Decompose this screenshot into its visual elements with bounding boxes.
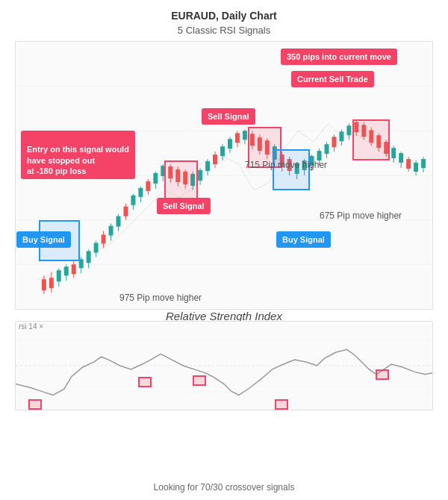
pips-350-label: 350 pips into current move <box>281 49 397 65</box>
svg-rect-24 <box>109 226 113 236</box>
svg-rect-36 <box>153 173 158 184</box>
svg-rect-58 <box>235 133 240 143</box>
svg-rect-20 <box>94 243 99 252</box>
svg-rect-84 <box>332 137 336 147</box>
candle-group-2 <box>87 164 166 268</box>
svg-rect-56 <box>228 139 232 149</box>
rsi-svg <box>16 322 432 410</box>
svg-rect-50 <box>205 161 210 171</box>
rsi-signal-box-2 <box>138 377 152 387</box>
svg-rect-100 <box>391 148 396 158</box>
svg-rect-26 <box>116 216 121 227</box>
sell-signal-1-label: Sell Signal <box>202 108 255 125</box>
svg-rect-86 <box>339 131 343 141</box>
svg-rect-18 <box>87 251 91 263</box>
svg-rect-102 <box>399 153 403 163</box>
rsi-period-label: rsi 14 × <box>19 322 43 331</box>
svg-rect-32 <box>138 188 143 197</box>
svg-rect-10 <box>57 270 61 281</box>
sell-signal-1-highlight <box>164 160 198 201</box>
rsi-footer-text: Looking for 70/30 crossover signals <box>0 482 448 493</box>
svg-rect-34 <box>146 181 150 191</box>
svg-rect-60 <box>243 131 247 140</box>
pips-675-label: 675 Pip move higher <box>314 207 408 225</box>
entry-note-label: Entry on this signal would have stopped … <box>21 131 135 179</box>
svg-rect-6 <box>42 279 46 290</box>
rsi-signal-box-5 <box>376 369 389 380</box>
pips-975-label: 975 Pip move higher <box>113 290 208 307</box>
svg-rect-52 <box>213 154 217 164</box>
title-line2: 5 Classic RSI Signals <box>0 24 448 37</box>
rsi-signal-box-1 <box>28 399 42 410</box>
svg-rect-48 <box>198 170 202 181</box>
pips-715-label: 715 Pip move higher <box>239 157 333 175</box>
svg-rect-28 <box>123 207 128 216</box>
svg-rect-14 <box>72 264 76 274</box>
buy-signal-1-label: Buy Signal <box>16 231 71 248</box>
svg-rect-22 <box>102 235 106 244</box>
svg-rect-30 <box>131 196 135 205</box>
rsi-signal-box-4 <box>275 399 288 410</box>
svg-rect-88 <box>346 125 351 135</box>
current-sell-label: Current Sell Trade <box>291 71 374 87</box>
chart-container: EURAUD, Daily Chart 5 Classic RSI Signal… <box>0 0 448 500</box>
svg-rect-104 <box>406 159 411 169</box>
svg-rect-108 <box>421 159 426 168</box>
sell-signal-2-label: Sell Signal <box>157 198 211 214</box>
title-line1: EURAUD, Daily Chart <box>0 9 448 24</box>
rsi-chart <box>15 321 433 410</box>
sell-signal-3-highlight <box>352 119 390 160</box>
svg-rect-82 <box>325 144 329 154</box>
buy-signal-2-label: Buy Signal <box>276 231 331 248</box>
svg-rect-8 <box>49 278 54 288</box>
svg-rect-106 <box>414 163 418 172</box>
svg-rect-12 <box>64 266 69 275</box>
rsi-signal-box-3 <box>193 375 206 386</box>
chart-title: EURAUD, Daily Chart 5 Classic RSI Signal… <box>0 0 448 37</box>
svg-rect-54 <box>220 146 225 156</box>
